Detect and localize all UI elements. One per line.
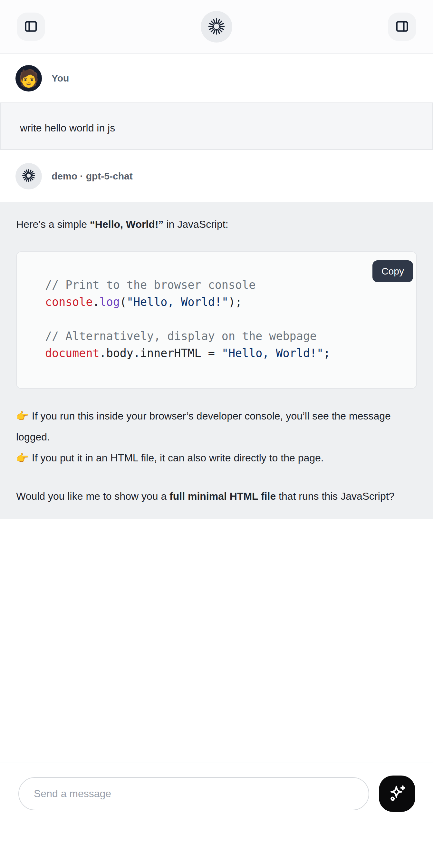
code-property: .body.innerHTML bbox=[99, 347, 202, 360]
assistant-message-header: demo · gpt-5-chat bbox=[0, 150, 433, 202]
assistant-question: Would you like me to show you a full min… bbox=[16, 486, 417, 507]
code-comment: // Print to the browser console bbox=[45, 278, 255, 291]
chat-app: 🧑 You write hello world in js bbox=[0, 0, 433, 868]
user-message-text: write hello world in js bbox=[20, 122, 115, 134]
question-bold: full minimal HTML file bbox=[169, 490, 276, 502]
intro-suffix: in JavaScript: bbox=[164, 218, 228, 230]
question-suffix: that runs this JavaScript? bbox=[276, 490, 394, 502]
code-string: "Hello, World!" bbox=[127, 296, 228, 308]
user-avatar-emoji: 🧑 bbox=[18, 70, 39, 87]
model-button[interactable] bbox=[201, 11, 232, 42]
code-punct: ); bbox=[228, 296, 242, 308]
right-panel-toggle-button[interactable] bbox=[388, 12, 416, 41]
starburst-icon bbox=[22, 169, 35, 184]
code-comment: // Alternatively, display on the webpage bbox=[45, 330, 317, 342]
panel-right-icon bbox=[395, 19, 409, 35]
assistant-intro: Here’s a simple “Hello, World!” in JavaS… bbox=[16, 214, 417, 235]
composer-bar bbox=[0, 763, 433, 824]
code: // Print to the browser console console.… bbox=[45, 278, 330, 360]
user-sender-label: You bbox=[52, 73, 69, 84]
assistant-model-label: demo · gpt-5-chat bbox=[52, 171, 133, 182]
assistant-avatar bbox=[16, 163, 42, 189]
sidebar-toggle-button[interactable] bbox=[17, 12, 45, 41]
header bbox=[0, 0, 433, 54]
chat-empty-space bbox=[0, 519, 433, 763]
code-function: log bbox=[99, 296, 120, 308]
code-content: // Print to the browser console console.… bbox=[17, 252, 416, 388]
intro-bold: “Hello, World!” bbox=[90, 218, 164, 230]
code-object: document bbox=[45, 347, 99, 360]
code-punct: . bbox=[93, 296, 99, 308]
code-punct: ; bbox=[323, 347, 330, 360]
user-avatar: 🧑 bbox=[16, 65, 42, 92]
tip-line-1: 👉 If you run this inside your browser’s … bbox=[16, 410, 391, 443]
panel-left-icon bbox=[24, 19, 38, 35]
code-block: Copy // Print to the browser console con… bbox=[16, 251, 417, 389]
code-punct: ( bbox=[120, 296, 127, 308]
tip-line-2: 👉 If you put it in an HTML file, it can … bbox=[16, 452, 324, 464]
send-button[interactable] bbox=[379, 776, 415, 812]
user-message-header: 🧑 You bbox=[0, 54, 433, 102]
assistant-tips: 👉 If you run this inside your browser’s … bbox=[16, 406, 417, 468]
code-string: "Hello, World!" bbox=[222, 347, 323, 360]
starburst-icon bbox=[208, 18, 225, 36]
message-input[interactable] bbox=[18, 777, 369, 810]
assistant-message: Here’s a simple “Hello, World!” in JavaS… bbox=[0, 202, 433, 519]
sparkle-icon bbox=[386, 783, 408, 804]
code-object: console bbox=[45, 296, 93, 308]
question-prefix: Would you like me to show you a bbox=[16, 490, 169, 502]
intro-prefix: Here’s a simple bbox=[16, 218, 90, 230]
copy-button[interactable]: Copy bbox=[372, 260, 413, 282]
code-operator: = bbox=[202, 347, 222, 360]
user-message: write hello world in js bbox=[0, 102, 433, 150]
